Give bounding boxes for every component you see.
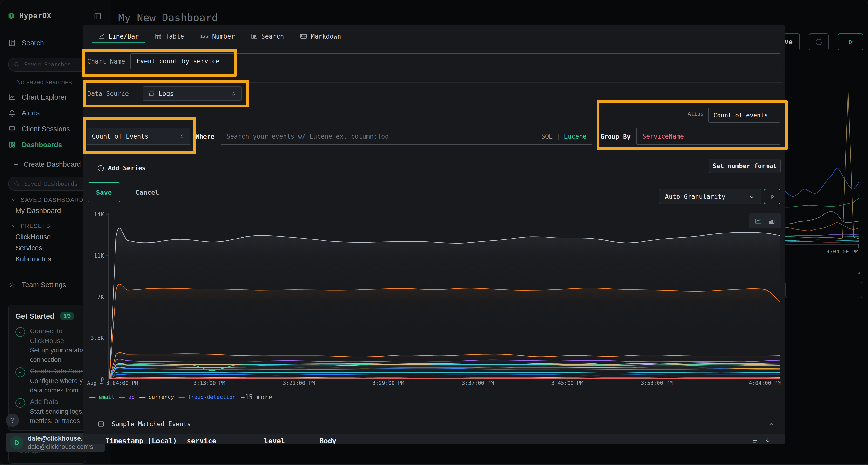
markdown-icon bbox=[300, 33, 307, 40]
where-input[interactable]: Search your events w/ Lucene ex. column:… bbox=[221, 128, 592, 145]
cancel-button[interactable]: Cancel bbox=[135, 187, 159, 198]
column-header-service[interactable]: service bbox=[187, 437, 216, 444]
column-separator[interactable] bbox=[258, 437, 258, 444]
download-button[interactable] bbox=[764, 437, 772, 444]
legend-item[interactable]: email bbox=[89, 394, 115, 400]
page-title: My New Dashboard bbox=[118, 11, 218, 24]
highlight-data-source bbox=[83, 80, 249, 107]
help-button[interactable]: ? bbox=[6, 414, 19, 427]
tab-label: Number bbox=[212, 33, 235, 40]
modal-divider bbox=[85, 416, 783, 416]
set-number-format-label: Set number format bbox=[712, 162, 777, 170]
save-label: Save bbox=[96, 189, 112, 196]
legend-item[interactable]: currency bbox=[139, 394, 174, 400]
tab-table[interactable]: Table bbox=[148, 30, 190, 42]
circle-plus-icon bbox=[97, 164, 105, 172]
tab-search[interactable]: Search bbox=[245, 30, 290, 42]
sample-events-header[interactable]: Sample Matched Events bbox=[97, 419, 191, 429]
tile-type-tabs: Line/Bar Table 123 Number Search Markdow… bbox=[92, 30, 347, 42]
section-saved-dashboards[interactable]: SAVED DASHBOARDS bbox=[10, 194, 88, 206]
column-header-timestamp[interactable]: Timestamp (Local) bbox=[105, 437, 177, 444]
section-presets[interactable]: PRESETS bbox=[10, 220, 51, 232]
play-icon bbox=[847, 38, 854, 45]
background-chart-time-label: 4:04:00 PM bbox=[827, 248, 858, 255]
sidebar-item-services[interactable]: Services bbox=[16, 244, 42, 252]
highlight-chart-name bbox=[82, 49, 237, 77]
no-saved-searches-text: No saved searches bbox=[16, 78, 72, 86]
create-dashboard-button[interactable]: Create Dashboard bbox=[13, 159, 81, 170]
preview-chart: 03.5K7K11K14KAug 4 3:04:00 PM3:13:00 PM3… bbox=[83, 207, 785, 392]
sidebar-collapse-button[interactable] bbox=[94, 12, 102, 20]
sql-mode-label: SQL bbox=[541, 133, 553, 140]
chevron-down-icon bbox=[10, 197, 17, 203]
save-button[interactable]: Save bbox=[88, 182, 120, 202]
sidebar-item-label: Chart Explorer bbox=[22, 93, 67, 101]
sidebar-item-label: Client Sessions bbox=[22, 125, 70, 133]
sidebar-item-label: Search bbox=[22, 39, 44, 47]
background-panel bbox=[785, 281, 862, 298]
legend-item[interactable]: fraud-detection bbox=[179, 394, 236, 400]
sidebar-item-clickhouse[interactable]: ClickHouse bbox=[16, 233, 51, 241]
highlight-aggregation bbox=[83, 117, 196, 154]
lucene-mode-label: Lucene bbox=[564, 133, 587, 140]
collapse-section-button[interactable] bbox=[767, 421, 775, 428]
column-header-body[interactable]: Body bbox=[319, 437, 336, 444]
granularity-value: Auto Granularity bbox=[665, 193, 748, 200]
legend-label: email bbox=[99, 394, 115, 400]
section-label: SAVED DASHBOARDS bbox=[21, 197, 88, 203]
tab-markdown[interactable]: Markdown bbox=[293, 30, 347, 42]
brand[interactable]: HyperDX bbox=[8, 11, 51, 20]
column-separator[interactable] bbox=[313, 437, 314, 444]
set-number-format-button[interactable]: Set number format bbox=[709, 159, 781, 173]
panel-left-icon bbox=[94, 12, 102, 20]
app-root: HyperDX Search Saved Searches No saved s… bbox=[0, 0, 868, 465]
sidebar-item-label: Alerts bbox=[22, 109, 39, 117]
magnifier-icon bbox=[13, 180, 20, 187]
table-options-button[interactable] bbox=[752, 437, 760, 444]
legend-label: ad bbox=[128, 394, 135, 400]
bell-icon bbox=[8, 109, 16, 117]
dashboard-refresh-button[interactable] bbox=[809, 33, 829, 51]
window-bottom-edge bbox=[0, 464, 868, 465]
svg-text:Aug 4 3:04:00 PM: Aug 4 3:04:00 PM bbox=[87, 380, 138, 386]
cancel-label: Cancel bbox=[135, 189, 159, 196]
saved-searches-placeholder: Saved Searches bbox=[24, 61, 71, 68]
list-search-icon bbox=[251, 33, 258, 40]
avatar: D bbox=[10, 436, 23, 449]
legend-more-link[interactable]: +15 more bbox=[241, 393, 272, 401]
tab-line-bar[interactable]: Line/Bar bbox=[92, 30, 145, 42]
tab-number[interactable]: 123 Number bbox=[194, 30, 241, 42]
sidebar-item-kubernetes[interactable]: Kubernetes bbox=[16, 255, 51, 263]
list-details-icon bbox=[97, 420, 105, 428]
column-header-level[interactable]: level bbox=[264, 437, 285, 444]
tab-label: Markdown bbox=[311, 33, 341, 40]
add-series-button[interactable]: Add Series bbox=[97, 161, 146, 175]
column-separator[interactable] bbox=[181, 437, 181, 444]
svg-text:3:53:00 PM: 3:53:00 PM bbox=[641, 380, 673, 386]
svg-text:3.5K: 3.5K bbox=[91, 335, 104, 341]
check-circle-icon bbox=[16, 398, 25, 408]
svg-text:4:04:00 PM: 4:04:00 PM bbox=[749, 380, 781, 386]
plus-icon bbox=[13, 161, 19, 167]
sidebar-item-my-dashboard[interactable]: My Dashboard bbox=[16, 207, 61, 215]
sidebar-item-label: Team Settings bbox=[22, 281, 66, 289]
check-circle-icon bbox=[16, 327, 25, 337]
where-placeholder: Search your events w/ Lucene ex. column:… bbox=[226, 133, 541, 140]
sql-mode-toggle[interactable]: SQL | Lucene bbox=[541, 133, 587, 140]
dashboard-run-button[interactable] bbox=[838, 33, 863, 51]
granularity-select[interactable]: Auto Granularity bbox=[659, 189, 762, 204]
hyperdx-logo-icon bbox=[8, 12, 14, 19]
play-icon bbox=[769, 194, 775, 200]
mode-separator: | bbox=[553, 133, 564, 140]
highlight-alias-group-by bbox=[596, 100, 788, 150]
run-chart-button[interactable] bbox=[764, 189, 780, 204]
legend-item[interactable]: ad bbox=[119, 394, 135, 400]
panel-resize-handle[interactable] bbox=[856, 269, 860, 274]
number-123-icon: 123 bbox=[200, 33, 209, 39]
table-icon bbox=[155, 33, 162, 40]
get-started-progress-badge: 3/3 bbox=[60, 312, 74, 321]
create-dashboard-label: Create Dashboard bbox=[24, 161, 81, 168]
tab-label: Line/Bar bbox=[108, 33, 138, 40]
get-started-title: Get Started bbox=[16, 312, 55, 320]
chevron-down-icon bbox=[748, 193, 755, 200]
